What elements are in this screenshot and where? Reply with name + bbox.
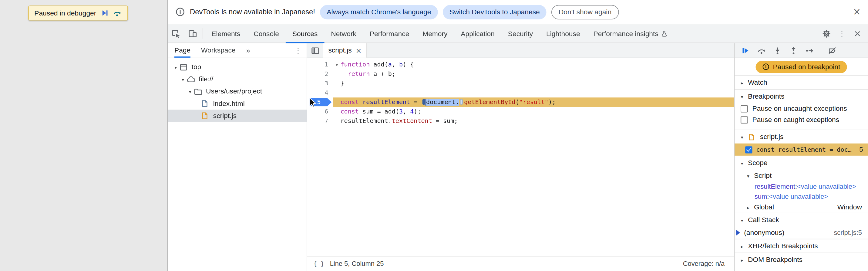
scope-variable-sum[interactable]: sum<value unavailable> <box>735 192 868 202</box>
step-over-icon[interactable] <box>113 8 122 17</box>
fold-gutter <box>333 116 341 126</box>
pause-caught-checkbox[interactable] <box>741 116 748 123</box>
tab-security[interactable]: Security <box>501 24 539 42</box>
section-breakpoints[interactable]: Breakpoints <box>735 89 868 103</box>
chevron-right-icon <box>739 242 745 250</box>
section-scope[interactable]: Scope <box>735 156 868 170</box>
settings-gear-icon[interactable] <box>819 26 833 41</box>
section-call-stack[interactable]: Call Stack <box>735 213 868 227</box>
infobar: DevTools is now available in Japanese! A… <box>168 0 868 24</box>
pause-caught-exceptions-row[interactable]: Pause on caught exceptions <box>735 114 868 125</box>
devtools-window: DevTools is now available in Japanese! A… <box>167 0 868 271</box>
tree-item-file[interactable]: file:// <box>168 73 307 85</box>
chevron-down-icon <box>739 93 745 100</box>
tree-item-script-js[interactable]: script.js <box>168 110 307 122</box>
frame-icon <box>179 62 188 71</box>
breakpoint-file-group[interactable]: script.js <box>735 129 868 144</box>
line-number-3[interactable]: 3 <box>307 79 333 88</box>
chevron-down-icon[interactable] <box>187 87 194 95</box>
line-number-6[interactable]: 6 <box>307 107 333 116</box>
inline-breakpoint-icon[interactable] <box>460 99 463 105</box>
inline-breakpoint-active-icon[interactable] <box>422 99 425 105</box>
dont-show-again-button[interactable]: Don't show again <box>551 5 619 19</box>
breakpoint-execution-marker[interactable]: 5 <box>309 98 332 106</box>
chevron-down-icon[interactable] <box>172 63 180 71</box>
infobar-close-icon[interactable]: × <box>853 7 861 17</box>
paused-status-row: Paused on breakpoint <box>735 58 868 76</box>
navigator-menu-icon[interactable]: ⋮ <box>294 46 302 54</box>
chevron-down-icon <box>745 172 751 180</box>
line-number-7[interactable]: 7 <box>307 116 333 126</box>
device-toolbar-icon[interactable] <box>184 24 201 42</box>
pause-uncaught-checkbox[interactable] <box>741 105 748 112</box>
editor-tabbar: script.js × <box>307 43 734 58</box>
chevron-down-icon <box>739 216 745 224</box>
line-number-2[interactable]: 2 <box>307 69 333 79</box>
line-number-5[interactable]: 5 <box>307 97 333 107</box>
debugger-toolbar <box>735 43 868 58</box>
step-into-button[interactable] <box>771 44 784 57</box>
code-editor[interactable]: 1function add(a, b) {2 return a + b;3}45… <box>307 58 734 256</box>
code-line-7: 7resultElement.textContent = sum; <box>307 116 734 126</box>
resume-script-button[interactable] <box>739 44 752 57</box>
current-frame-icon <box>736 230 740 235</box>
inspect-element-icon[interactable] <box>168 24 184 42</box>
section-dom-breakpoints[interactable]: DOM Breakpoints <box>735 252 868 266</box>
step-over-button[interactable] <box>754 44 769 57</box>
more-tabs-icon[interactable]: » <box>246 46 250 54</box>
resume-script-icon[interactable] <box>100 8 109 17</box>
screen: Paused in debugger DevTools is now avail… <box>0 0 868 271</box>
fold-gutter <box>333 107 341 116</box>
scope-global-group[interactable]: GlobalWindow <box>735 202 868 213</box>
editor-pane: script.js × 1function add(a, b) {2 retur… <box>307 43 734 271</box>
info-icon <box>176 7 185 17</box>
step-button[interactable] <box>803 44 817 57</box>
code-line-2: 2 return a + b; <box>307 69 734 79</box>
paused-toast-label: Paused in debugger <box>34 9 96 17</box>
deactivate-breakpoints-button[interactable] <box>825 44 839 57</box>
close-devtools-icon[interactable]: × <box>850 26 865 41</box>
code-line-5: 5const resultElement = document.getEleme… <box>307 97 734 107</box>
line-number-4[interactable]: 4 <box>307 88 333 97</box>
more-options-icon[interactable]: ⋮ <box>835 26 849 41</box>
tab-sources[interactable]: Sources <box>286 24 324 42</box>
switch-devtools-japanese-button[interactable]: Switch DevTools to Japanese <box>443 5 547 19</box>
section-xhr-breakpoints[interactable]: XHR/fetch Breakpoints <box>735 239 868 253</box>
tab-workspace[interactable]: Workspace <box>201 43 236 57</box>
tab-network[interactable]: Network <box>324 24 363 42</box>
step-out-button[interactable] <box>787 44 801 57</box>
page-background: Paused in debugger <box>0 0 167 271</box>
tab-lighthouse[interactable]: Lighthouse <box>539 24 587 42</box>
tab-elements[interactable]: Elements <box>205 24 247 42</box>
chevron-down-icon[interactable] <box>179 75 187 83</box>
tree-item-top[interactable]: top <box>168 61 307 73</box>
line-number-1[interactable]: 1 <box>307 60 333 69</box>
main-toolbar: ElementsConsoleSourcesNetworkPerformance… <box>168 24 868 43</box>
toggle-navigator-icon[interactable] <box>307 43 323 57</box>
scope-script-group[interactable]: Script <box>735 170 868 182</box>
editor-tab-script-js[interactable]: script.js × <box>323 43 367 57</box>
tree-item-index-html[interactable]: index.html <box>168 97 307 110</box>
call-stack-frame[interactable]: (anonymous) script.js:5 <box>735 227 868 239</box>
tree-item-label: top <box>192 63 202 71</box>
breakpoint-checkbox[interactable] <box>745 146 752 153</box>
tree-item-users-user-project[interactable]: Users/user/project <box>168 85 307 97</box>
breakpoint-entry[interactable]: const resultElement = doc… 5 <box>735 144 868 156</box>
tab-page[interactable]: Page <box>175 43 190 57</box>
tab-application[interactable]: Application <box>454 24 501 42</box>
pretty-print-icon[interactable]: { } <box>313 260 324 268</box>
tab-console[interactable]: Console <box>247 24 286 42</box>
tab-close-icon[interactable]: × <box>356 47 362 54</box>
code-line-6: 6const sum = add(3, 4); <box>307 107 734 116</box>
pause-uncaught-exceptions-row[interactable]: Pause on uncaught exceptions <box>735 103 868 114</box>
navigator-tabbar: Page Workspace » ⋮ <box>168 43 307 58</box>
section-watch[interactable]: Watch <box>735 75 868 89</box>
code-fold-icon[interactable] <box>333 60 341 69</box>
tab-performance[interactable]: Performance <box>363 24 416 42</box>
tree-item-label: Users/user/project <box>206 87 262 95</box>
tab-performance-insights[interactable]: Performance insights <box>587 24 675 42</box>
tab-memory[interactable]: Memory <box>416 24 454 42</box>
always-match-language-button[interactable]: Always match Chrome's language <box>320 5 438 19</box>
scope-variable-result-element[interactable]: resultElement<value unavailable> <box>735 182 868 192</box>
toolbar-divider <box>203 28 203 39</box>
